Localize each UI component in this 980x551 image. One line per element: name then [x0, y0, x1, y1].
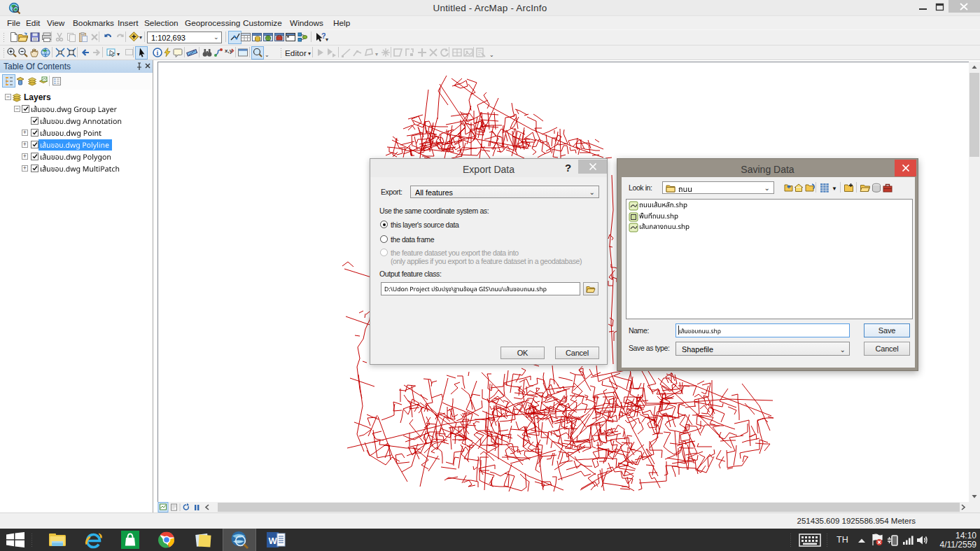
svg-text:x,y: x,y	[225, 48, 233, 54]
svg-text:W: W	[269, 536, 278, 546]
svg-text:i: i	[157, 49, 159, 57]
